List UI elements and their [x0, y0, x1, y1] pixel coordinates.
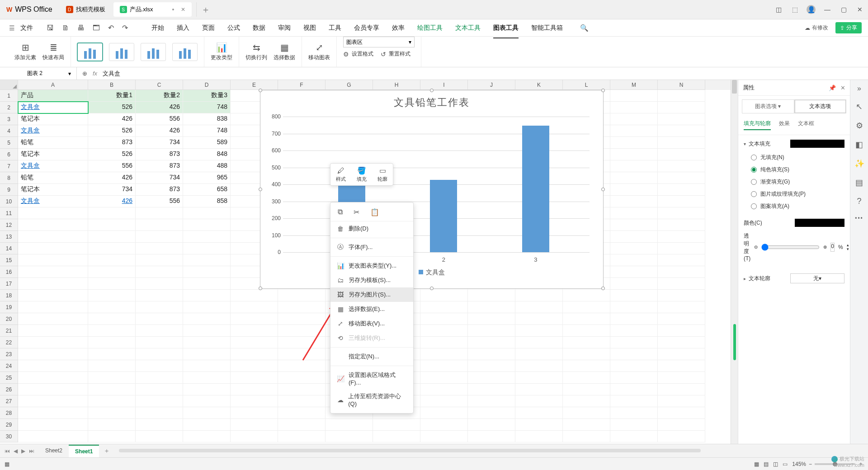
- mtab-formula[interactable]: 公式: [227, 21, 240, 35]
- col-G[interactable]: G: [326, 80, 373, 90]
- save-as-icon[interactable]: 🗎: [62, 24, 69, 32]
- cell[interactable]: [136, 254, 183, 266]
- cell[interactable]: [373, 419, 420, 431]
- cell[interactable]: [610, 102, 658, 113]
- horizontal-scrollbar[interactable]: [119, 448, 863, 454]
- cell[interactable]: [136, 243, 183, 254]
- cell[interactable]: 笔记本: [18, 184, 88, 196]
- cell[interactable]: 734: [88, 184, 136, 196]
- cell[interactable]: 426: [88, 113, 136, 125]
- cell[interactable]: [18, 313, 88, 325]
- cell[interactable]: [183, 301, 231, 313]
- cell[interactable]: [18, 384, 88, 395]
- cell[interactable]: 426: [136, 102, 183, 113]
- cell[interactable]: [231, 313, 278, 325]
- cell[interactable]: 748: [183, 102, 231, 113]
- cell[interactable]: [610, 337, 658, 348]
- cell[interactable]: [18, 431, 88, 442]
- cell[interactable]: [136, 384, 183, 395]
- mtab-efficiency[interactable]: 效率: [392, 21, 405, 35]
- ribbon-move-chart[interactable]: ⤢ 移动图表: [308, 42, 330, 61]
- cell[interactable]: [468, 407, 515, 419]
- cell[interactable]: [18, 419, 88, 431]
- opt-gradient-fill[interactable]: 渐变填充(G): [744, 176, 844, 188]
- cm-area-format[interactable]: 📈设置图表区域格式(F)...: [330, 368, 413, 389]
- cell[interactable]: [18, 219, 88, 231]
- cell[interactable]: [515, 290, 563, 301]
- layers-icon[interactable]: ◧: [855, 140, 863, 150]
- window-close[interactable]: ✕: [852, 0, 868, 19]
- cell[interactable]: [18, 360, 88, 372]
- row-header[interactable]: 20: [0, 313, 18, 325]
- row-header[interactable]: 27: [0, 395, 18, 407]
- cell[interactable]: [88, 407, 136, 419]
- name-box[interactable]: 图表 2 ▾: [0, 67, 77, 80]
- ribbon-change-type[interactable]: 📊 更改类型: [211, 42, 232, 61]
- cell[interactable]: [231, 419, 278, 431]
- cell[interactable]: [563, 372, 610, 384]
- resize-handle-br[interactable]: [601, 287, 605, 290]
- col-I[interactable]: I: [420, 80, 468, 90]
- stepper-icon[interactable]: ▴▾: [847, 243, 849, 251]
- cell[interactable]: [136, 372, 183, 384]
- cell[interactable]: [183, 360, 231, 372]
- row-header[interactable]: 9: [0, 184, 18, 196]
- chart-plot-area[interactable]: 0100200300400500600700800123: [283, 117, 590, 252]
- prop-subtab-box[interactable]: 文本框: [798, 120, 814, 130]
- cell[interactable]: [420, 419, 468, 431]
- zoom-out-icon[interactable]: −: [809, 461, 812, 467]
- cell[interactable]: [515, 395, 563, 407]
- chart-style-preset-3[interactable]: [141, 43, 166, 61]
- sheet-nav-prev[interactable]: ◀: [14, 448, 18, 454]
- cell[interactable]: 734: [136, 172, 183, 184]
- cell[interactable]: [183, 407, 231, 419]
- cell[interactable]: [610, 90, 658, 102]
- col-N[interactable]: N: [658, 80, 705, 90]
- cell[interactable]: [658, 160, 705, 172]
- row-header[interactable]: 14: [0, 243, 18, 254]
- cell[interactable]: [231, 348, 278, 360]
- copy-icon[interactable]: ⧉: [338, 208, 343, 216]
- cell[interactable]: [610, 360, 658, 372]
- cell[interactable]: [183, 395, 231, 407]
- sheet-tab-sheet1[interactable]: Sheet1: [69, 445, 99, 457]
- cell[interactable]: [183, 231, 231, 243]
- cell[interactable]: [610, 301, 658, 313]
- prop-subtab-effect[interactable]: 效果: [779, 120, 790, 130]
- prop-subtab-fill[interactable]: 填充与轮廓: [744, 120, 771, 130]
- resize-handle-tl[interactable]: [259, 89, 262, 92]
- row-header[interactable]: 6: [0, 149, 18, 160]
- cell[interactable]: [18, 254, 88, 266]
- cell[interactable]: [88, 301, 136, 313]
- mt-style[interactable]: 🖊样式: [330, 164, 351, 185]
- prop-tab-text[interactable]: 文本选项: [794, 99, 847, 113]
- col-A[interactable]: A: [18, 80, 88, 90]
- cell[interactable]: [658, 243, 705, 254]
- cell[interactable]: [18, 395, 88, 407]
- menu-burger-icon[interactable]: ☰: [9, 24, 15, 32]
- cell[interactable]: [420, 431, 468, 442]
- cell[interactable]: [231, 372, 278, 384]
- row-header[interactable]: 30: [0, 431, 18, 442]
- cell[interactable]: [658, 278, 705, 290]
- col-F[interactable]: F: [278, 80, 326, 90]
- row-header[interactable]: 29: [0, 419, 18, 431]
- cm-select-data[interactable]: ▦选择数据(E)...: [330, 302, 413, 316]
- cell[interactable]: [515, 325, 563, 337]
- cell[interactable]: [515, 348, 563, 360]
- cell[interactable]: [610, 372, 658, 384]
- cell[interactable]: 426: [136, 125, 183, 137]
- cell[interactable]: [563, 301, 610, 313]
- cell[interactable]: [468, 372, 515, 384]
- cell[interactable]: [278, 301, 326, 313]
- cell[interactable]: 数量3: [183, 90, 231, 102]
- cell[interactable]: [136, 325, 183, 337]
- cell[interactable]: [136, 207, 183, 219]
- cell[interactable]: [18, 372, 88, 384]
- cell[interactable]: [136, 395, 183, 407]
- tab-template[interactable]: D 找稻壳模板: [60, 2, 112, 17]
- cell[interactable]: [610, 278, 658, 290]
- row-header[interactable]: 5: [0, 137, 18, 149]
- cm-save-template[interactable]: 🗂另存为模板(S)...: [330, 273, 413, 287]
- cell[interactable]: [515, 372, 563, 384]
